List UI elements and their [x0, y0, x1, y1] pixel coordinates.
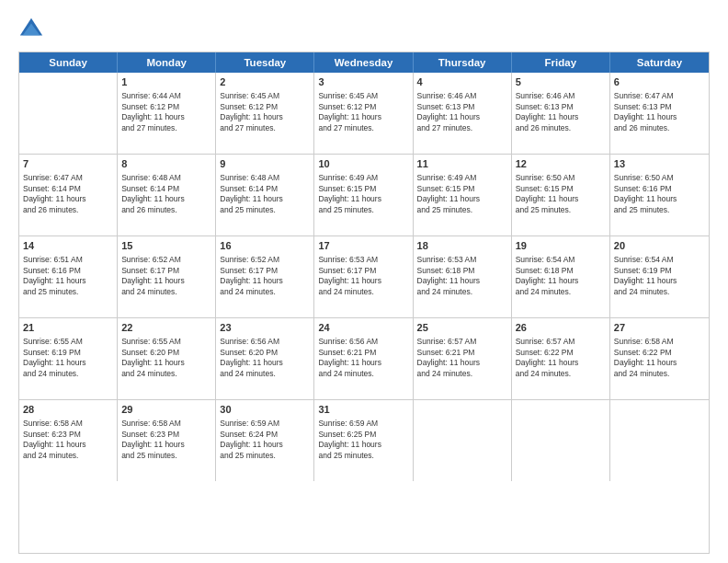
cell-info: Sunrise: 6:45 AMSunset: 6:12 PMDaylight:… [220, 91, 310, 134]
day-number: 7 [23, 157, 113, 171]
weekday-header-friday: Friday [512, 52, 610, 73]
calendar-cell: 18Sunrise: 6:53 AMSunset: 6:18 PMDayligh… [414, 236, 512, 317]
calendar-row-1: 7Sunrise: 6:47 AMSunset: 6:14 PMDaylight… [19, 155, 709, 236]
weekday-header-saturday: Saturday [610, 52, 709, 73]
day-number: 3 [318, 75, 408, 89]
cell-info: Sunrise: 6:46 AMSunset: 6:13 PMDaylight:… [516, 91, 606, 134]
cell-info: Sunrise: 6:47 AMSunset: 6:14 PMDaylight:… [23, 173, 113, 216]
weekday-header-tuesday: Tuesday [216, 52, 314, 73]
calendar-row-4: 28Sunrise: 6:58 AMSunset: 6:23 PMDayligh… [19, 400, 709, 481]
calendar-cell: 12Sunrise: 6:50 AMSunset: 6:15 PMDayligh… [512, 155, 610, 236]
day-number: 28 [23, 403, 113, 417]
cell-info: Sunrise: 6:51 AMSunset: 6:16 PMDaylight:… [23, 255, 113, 298]
day-number: 2 [220, 75, 310, 89]
day-number: 27 [614, 321, 705, 335]
cell-info: Sunrise: 6:55 AMSunset: 6:19 PMDaylight:… [23, 337, 113, 380]
day-number: 12 [516, 157, 606, 171]
calendar-cell: 22Sunrise: 6:55 AMSunset: 6:20 PMDayligh… [118, 318, 216, 399]
calendar-cell: 10Sunrise: 6:49 AMSunset: 6:15 PMDayligh… [314, 155, 413, 236]
calendar-cell: 7Sunrise: 6:47 AMSunset: 6:14 PMDaylight… [19, 155, 118, 236]
day-number: 13 [614, 157, 705, 171]
day-number: 4 [417, 75, 507, 89]
day-number: 11 [417, 157, 507, 171]
page: SundayMondayTuesdayWednesdayThursdayFrid… [0, 0, 728, 563]
calendar-cell [414, 400, 512, 481]
day-number: 23 [220, 321, 310, 335]
logo [18, 17, 48, 42]
calendar-cell: 3Sunrise: 6:45 AMSunset: 6:12 PMDaylight… [314, 73, 413, 154]
cell-info: Sunrise: 6:57 AMSunset: 6:22 PMDaylight:… [516, 337, 606, 380]
calendar-cell: 4Sunrise: 6:46 AMSunset: 6:13 PMDaylight… [414, 73, 512, 154]
cell-info: Sunrise: 6:57 AMSunset: 6:21 PMDaylight:… [417, 337, 507, 380]
cell-info: Sunrise: 6:45 AMSunset: 6:12 PMDaylight:… [318, 91, 408, 134]
calendar-cell: 31Sunrise: 6:59 AMSunset: 6:25 PMDayligh… [314, 400, 413, 481]
calendar-cell: 17Sunrise: 6:53 AMSunset: 6:17 PMDayligh… [314, 236, 413, 317]
calendar-cell: 29Sunrise: 6:58 AMSunset: 6:23 PMDayligh… [118, 400, 216, 481]
calendar-row-3: 21Sunrise: 6:55 AMSunset: 6:19 PMDayligh… [19, 318, 709, 400]
cell-info: Sunrise: 6:58 AMSunset: 6:23 PMDaylight:… [23, 419, 113, 462]
calendar-cell: 15Sunrise: 6:52 AMSunset: 6:17 PMDayligh… [118, 236, 216, 317]
day-number: 9 [220, 157, 310, 171]
calendar-cell: 8Sunrise: 6:48 AMSunset: 6:14 PMDaylight… [118, 155, 216, 236]
calendar-cell [512, 400, 610, 481]
cell-info: Sunrise: 6:58 AMSunset: 6:22 PMDaylight:… [614, 337, 705, 380]
cell-info: Sunrise: 6:52 AMSunset: 6:17 PMDaylight:… [121, 255, 211, 298]
day-number: 14 [23, 239, 113, 253]
cell-info: Sunrise: 6:49 AMSunset: 6:15 PMDaylight:… [417, 173, 507, 216]
day-number: 31 [318, 403, 408, 417]
cell-info: Sunrise: 6:48 AMSunset: 6:14 PMDaylight:… [220, 173, 310, 216]
calendar-cell: 13Sunrise: 6:50 AMSunset: 6:16 PMDayligh… [610, 155, 709, 236]
cell-info: Sunrise: 6:59 AMSunset: 6:25 PMDaylight:… [318, 419, 408, 462]
weekday-header-monday: Monday [118, 52, 216, 73]
weekday-header-thursday: Thursday [414, 52, 512, 73]
day-number: 19 [516, 239, 606, 253]
calendar-cell: 20Sunrise: 6:54 AMSunset: 6:19 PMDayligh… [610, 236, 709, 317]
cell-info: Sunrise: 6:50 AMSunset: 6:16 PMDaylight:… [614, 173, 705, 216]
calendar-cell: 28Sunrise: 6:58 AMSunset: 6:23 PMDayligh… [19, 400, 118, 481]
cell-info: Sunrise: 6:44 AMSunset: 6:12 PMDaylight:… [121, 91, 211, 134]
cell-info: Sunrise: 6:56 AMSunset: 6:21 PMDaylight:… [318, 337, 408, 380]
header [18, 17, 710, 42]
cell-info: Sunrise: 6:50 AMSunset: 6:15 PMDaylight:… [516, 173, 606, 216]
calendar-row-0: 1Sunrise: 6:44 AMSunset: 6:12 PMDaylight… [19, 73, 709, 155]
cell-info: Sunrise: 6:54 AMSunset: 6:18 PMDaylight:… [516, 255, 606, 298]
cell-info: Sunrise: 6:56 AMSunset: 6:20 PMDaylight:… [220, 337, 310, 380]
day-number: 25 [417, 321, 507, 335]
calendar-cell: 21Sunrise: 6:55 AMSunset: 6:19 PMDayligh… [19, 318, 118, 399]
cell-info: Sunrise: 6:59 AMSunset: 6:24 PMDaylight:… [220, 419, 310, 462]
calendar-cell: 27Sunrise: 6:58 AMSunset: 6:22 PMDayligh… [610, 318, 709, 399]
calendar-row-2: 14Sunrise: 6:51 AMSunset: 6:16 PMDayligh… [19, 236, 709, 318]
calendar-cell [610, 400, 709, 481]
cell-info: Sunrise: 6:46 AMSunset: 6:13 PMDaylight:… [417, 91, 507, 134]
day-number: 16 [220, 239, 310, 253]
day-number: 21 [23, 321, 113, 335]
cell-info: Sunrise: 6:58 AMSunset: 6:23 PMDaylight:… [121, 419, 211, 462]
day-number: 26 [516, 321, 606, 335]
calendar-cell: 30Sunrise: 6:59 AMSunset: 6:24 PMDayligh… [216, 400, 314, 481]
day-number: 17 [318, 239, 408, 253]
cell-info: Sunrise: 6:48 AMSunset: 6:14 PMDaylight:… [121, 173, 211, 216]
calendar-cell: 11Sunrise: 6:49 AMSunset: 6:15 PMDayligh… [414, 155, 512, 236]
day-number: 8 [121, 157, 211, 171]
cell-info: Sunrise: 6:53 AMSunset: 6:18 PMDaylight:… [417, 255, 507, 298]
day-number: 5 [516, 75, 606, 89]
calendar-cell: 25Sunrise: 6:57 AMSunset: 6:21 PMDayligh… [414, 318, 512, 399]
calendar-cell: 24Sunrise: 6:56 AMSunset: 6:21 PMDayligh… [314, 318, 413, 399]
calendar: SundayMondayTuesdayWednesdayThursdayFrid… [18, 52, 710, 554]
calendar-cell [19, 73, 118, 154]
day-number: 1 [121, 75, 211, 89]
cell-info: Sunrise: 6:54 AMSunset: 6:19 PMDaylight:… [614, 255, 705, 298]
calendar-body: 1Sunrise: 6:44 AMSunset: 6:12 PMDaylight… [19, 73, 709, 481]
cell-info: Sunrise: 6:49 AMSunset: 6:15 PMDaylight:… [318, 173, 408, 216]
day-number: 10 [318, 157, 408, 171]
weekday-header-sunday: Sunday [19, 52, 118, 73]
day-number: 29 [121, 403, 211, 417]
calendar-cell: 2Sunrise: 6:45 AMSunset: 6:12 PMDaylight… [216, 73, 314, 154]
day-number: 24 [318, 321, 408, 335]
day-number: 18 [417, 239, 507, 253]
calendar-cell: 9Sunrise: 6:48 AMSunset: 6:14 PMDaylight… [216, 155, 314, 236]
calendar-cell: 23Sunrise: 6:56 AMSunset: 6:20 PMDayligh… [216, 318, 314, 399]
day-number: 22 [121, 321, 211, 335]
weekday-header-wednesday: Wednesday [314, 52, 413, 73]
calendar-cell: 14Sunrise: 6:51 AMSunset: 6:16 PMDayligh… [19, 236, 118, 317]
